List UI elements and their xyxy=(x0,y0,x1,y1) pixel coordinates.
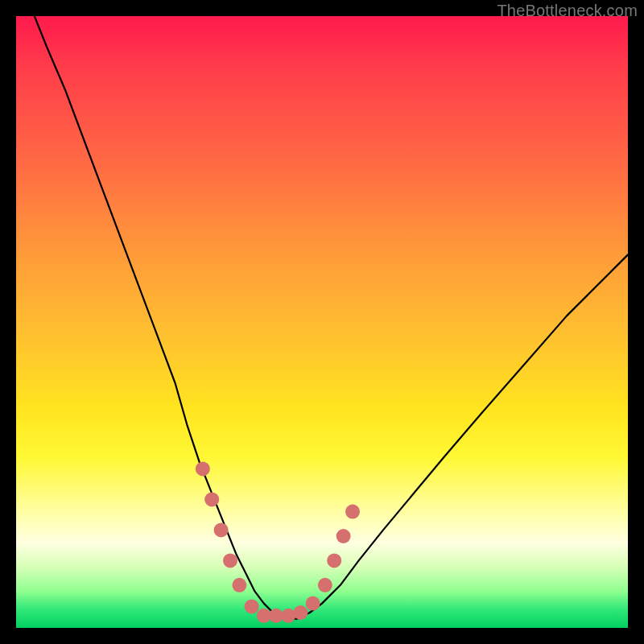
watermark-text: TheBottleneck.com xyxy=(497,2,638,20)
svg-point-14 xyxy=(345,505,360,519)
chart-svg xyxy=(16,16,628,628)
svg-point-9 xyxy=(293,605,308,620)
svg-point-10 xyxy=(306,597,320,611)
plot-area xyxy=(16,16,628,628)
svg-point-1 xyxy=(204,492,219,506)
bottleneck-curve xyxy=(35,16,628,619)
svg-point-0 xyxy=(196,461,210,476)
svg-point-3 xyxy=(223,553,237,568)
svg-point-4 xyxy=(232,578,246,592)
highlight-dots xyxy=(196,461,360,622)
svg-point-11 xyxy=(318,578,332,592)
svg-point-2 xyxy=(214,522,229,537)
chart-frame: TheBottleneck.com xyxy=(0,0,644,644)
svg-point-12 xyxy=(327,553,341,568)
svg-point-5 xyxy=(245,599,259,613)
svg-point-8 xyxy=(281,609,295,623)
svg-point-13 xyxy=(336,529,351,543)
